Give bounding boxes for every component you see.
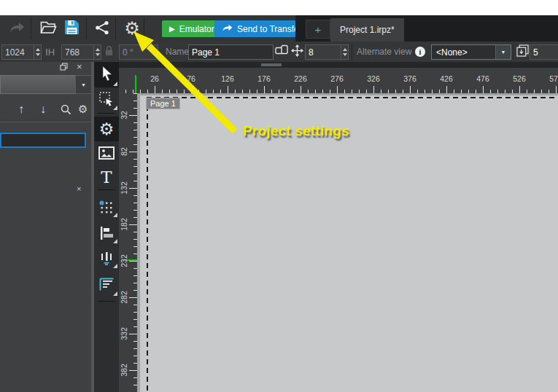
v-ruler-major-tick — [129, 261, 137, 262]
redo-icon — [9, 22, 25, 36]
width-spinner[interactable] — [34, 45, 41, 59]
rotation-field[interactable] — [119, 44, 158, 60]
orientation-button[interactable] — [274, 42, 290, 62]
duplicate-icon — [516, 44, 529, 59]
h-ruler-major-tick — [301, 86, 301, 93]
search-icon[interactable] — [61, 100, 71, 119]
h-ruler-major-tick — [191, 86, 192, 93]
v-ruler-label: 282 — [120, 289, 128, 305]
rotation-input[interactable] — [120, 47, 158, 58]
send-arrow-icon — [222, 24, 233, 34]
ruler-origin-marker — [135, 75, 136, 93]
v-ruler-major-tick — [129, 152, 137, 152]
gear-icon: ⚙ — [124, 20, 140, 37]
vertical-ruler: 3282132182232282332382 — [119, 93, 137, 392]
grid-tool-button[interactable] — [94, 198, 119, 219]
chevron-down-icon[interactable]: ▼ — [495, 45, 511, 59]
height-spinner[interactable] — [93, 45, 101, 59]
close-icon[interactable]: × — [77, 184, 81, 194]
h-ruler-label: 26 — [150, 74, 159, 83]
distribute-tool-button[interactable] — [94, 248, 119, 270]
move-down-button[interactable]: ↓ — [40, 100, 46, 119]
page-width-input[interactable] — [2, 47, 34, 58]
image-tool-button[interactable] — [94, 144, 119, 163]
page-name-input[interactable] — [189, 47, 273, 58]
toolbar-separator — [115, 17, 116, 39]
project-settings-button[interactable]: ⚙ — [120, 15, 144, 42]
alternate-view-label: Alternate view — [357, 42, 411, 62]
tool-separator — [98, 113, 115, 114]
page-name-field[interactable] — [188, 44, 274, 60]
height-dimension-icon: ⅠH — [45, 42, 55, 62]
v-ruler-label: 382 — [120, 362, 128, 378]
v-ruler-major-tick — [129, 224, 137, 225]
float-panel-icon[interactable] — [60, 63, 68, 73]
page-boundary-dashed-top — [147, 97, 558, 98]
lock-ratio-button[interactable] — [102, 42, 115, 62]
gear-icon: ⚙ — [99, 119, 115, 138]
page-copies-input[interactable] — [530, 47, 558, 58]
project-tab[interactable]: Project 1.irpz* — [330, 18, 404, 42]
toolbar-separator — [513, 44, 514, 60]
v-ruler-major-tick — [129, 334, 137, 334]
h-ruler-major-tick — [410, 86, 411, 93]
selected-item[interactable] — [0, 133, 86, 148]
text-align-tool-button[interactable] — [94, 274, 119, 297]
alternate-view-dropdown[interactable]: <None> ▼ — [431, 44, 511, 60]
page-properties-bar: ⅠH Name — [0, 42, 558, 63]
h-ruler-label: 226 — [294, 74, 307, 83]
alternate-view-value: <None> — [432, 47, 495, 58]
panel-subheader: × — [0, 122, 91, 133]
image-icon — [98, 146, 115, 162]
info-icon[interactable]: i — [415, 47, 425, 57]
h-ruler-major-tick — [446, 86, 447, 93]
tool-separator — [98, 301, 115, 302]
scrollbar-thumb[interactable] — [261, 63, 282, 66]
emulator-button[interactable]: ▶ Emulator — [162, 20, 222, 37]
orientation-icon — [275, 44, 290, 59]
toolbar-separator — [31, 17, 31, 39]
annotation-text: Project settings — [243, 123, 349, 139]
text-tool-button[interactable]: T — [94, 168, 119, 187]
page-surface[interactable] — [140, 95, 558, 392]
align-left-icon — [99, 226, 115, 243]
new-project-tab-button[interactable]: + — [306, 20, 330, 39]
zoom-select-tool-button[interactable] — [94, 89, 119, 111]
select-tool-button[interactable] — [94, 62, 119, 87]
move-up-button[interactable]: ↑ — [18, 100, 24, 119]
object-settings-tool-button[interactable]: ⚙ — [94, 117, 119, 141]
toolbar-separator — [144, 17, 144, 39]
marquee-cursor-icon — [99, 92, 114, 109]
h-ruler-label: 426 — [440, 74, 453, 83]
gear-icon[interactable]: ⚙ — [78, 100, 88, 119]
page-height-field[interactable] — [61, 44, 101, 60]
page-boundary-dashed-left — [147, 97, 148, 392]
save-project-button[interactable] — [61, 15, 82, 42]
toolbar-separator — [86, 17, 87, 39]
horizontal-scrollbar[interactable] — [119, 62, 558, 68]
move-arrows-icon — [291, 44, 303, 59]
project-tab-bar: + Project 1.irpz* — [295, 15, 558, 42]
chevron-down-icon[interactable]: ▼ — [75, 75, 92, 94]
grid-step-input[interactable] — [306, 47, 341, 58]
application-window: ⚙ ▶ Emulator Send to Transfer + Project … — [0, 0, 558, 392]
page-copies-field[interactable] — [530, 44, 558, 60]
open-project-button[interactable] — [37, 15, 59, 42]
grid-step-spinner[interactable] — [341, 45, 348, 59]
panel-dropdown[interactable]: ▼ — [0, 75, 91, 94]
close-icon[interactable]: × — [77, 62, 82, 72]
share-export-button[interactable] — [91, 15, 113, 42]
page-height-input[interactable] — [62, 47, 93, 58]
duplicate-pages-button[interactable] — [515, 42, 530, 62]
text-tool-icon: T — [101, 168, 112, 187]
grid-move-step-button[interactable] — [290, 42, 304, 62]
toolbar-separator — [352, 44, 352, 60]
grid-step-field[interactable] — [305, 44, 349, 60]
v-ruler-label: 332 — [120, 326, 128, 342]
align-tool-button[interactable] — [94, 223, 119, 245]
h-ruler-label: 526 — [513, 74, 526, 83]
send-to-transfer-label: Send to Transfer — [237, 24, 302, 34]
left-panel: × ▼ ↑ ↓ ⚙ × — [0, 62, 91, 392]
page-width-field[interactable] — [1, 44, 42, 60]
redo-button[interactable] — [6, 15, 28, 42]
